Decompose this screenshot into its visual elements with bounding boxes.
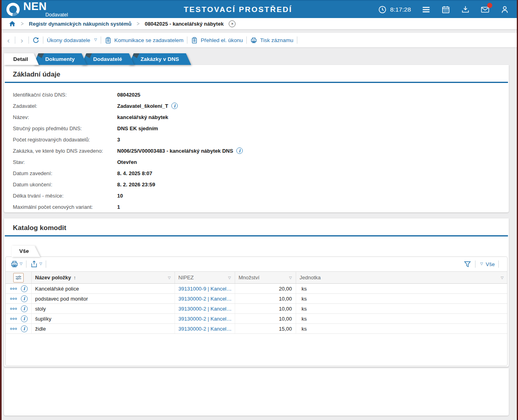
printer-icon[interactable] xyxy=(10,260,18,268)
field-row: Název: kancelářský nábytek i xyxy=(13,111,500,123)
column-header-nipez[interactable]: NIPEZ ▽ xyxy=(175,272,235,284)
column-filter-icon[interactable]: ▽ xyxy=(228,276,231,280)
table-row: i Kancelářské police 39131000-9 | Kancel… xyxy=(6,284,507,294)
catalog-panel: Katalog komodit Vše ▽ ▽ xyxy=(4,218,509,367)
breadcrumb: > Registr dynamických nákupních systémů … xyxy=(0,18,518,29)
table-row: i stoly 39130000-2 | Kancel… 10,00 ks xyxy=(6,304,507,314)
environment-title: TESTOVACÍ PROSTŘEDÍ xyxy=(184,5,293,14)
nen-logo-ring-icon xyxy=(6,3,20,16)
field-row: Identifikační číslo DNS: 08042025 i xyxy=(13,89,500,100)
field-row: Stav: Otevřen i xyxy=(13,156,500,168)
catalog-table: Název položky ↑ ▽ NIPEZ ▽ Množství xyxy=(6,271,507,334)
breadcrumb-item-current: 08042025 - kancelářský nábytek xyxy=(145,21,224,27)
column-filter-icon[interactable]: ▽ xyxy=(501,276,504,280)
nipez-link[interactable]: 39131000-9 | Kancel… xyxy=(179,286,231,292)
table-row: i šuplíky 39130000-2 | Kancel… 10,00 ks xyxy=(6,314,507,324)
nipez-link[interactable]: 39130000-2 | Kancel… xyxy=(179,316,231,322)
notification-badge xyxy=(487,3,492,8)
column-filter-icon[interactable]: ▽ xyxy=(168,276,171,280)
komunikace-button[interactable]: Komunikace se zadavatelem xyxy=(105,37,184,44)
field-row: Zadavatel: Zadavatel_školení_T i xyxy=(13,100,500,111)
item-name-cell: židle xyxy=(31,324,175,334)
field-label: Maximální počet cenových variant: xyxy=(13,204,117,210)
catalog-tab-vse[interactable]: Vše xyxy=(12,246,40,257)
item-name-cell: Kancelářské police xyxy=(31,284,175,294)
info-icon[interactable]: i xyxy=(236,147,243,154)
catalog-grid: ▽ ▽ ▽ Vše xyxy=(5,256,508,366)
sort-asc-icon: ↑ xyxy=(73,275,76,281)
field-label: Délka trvání - měsíce: xyxy=(13,193,117,199)
separator xyxy=(15,36,15,44)
refresh-icon[interactable] xyxy=(33,37,39,44)
field-label: Stav: xyxy=(13,159,117,165)
nav-back-button[interactable]: ‹ xyxy=(6,36,11,44)
user-icon[interactable] xyxy=(500,5,509,14)
nen-logo[interactable]: NEN Dodavatel xyxy=(6,1,68,18)
breadcrumb-separator-icon: > xyxy=(137,20,140,27)
info-icon[interactable]: i xyxy=(21,285,28,292)
funnel-filter-icon[interactable] xyxy=(463,260,471,268)
field-label: Stručný popis předmětu DNS: xyxy=(13,125,117,131)
close-record-icon[interactable]: × xyxy=(229,20,236,27)
row-menu-dots-icon[interactable] xyxy=(10,317,17,320)
field-value: 08042025 xyxy=(117,92,140,98)
prehled-ukonu-button[interactable]: Přehled el. úkonu xyxy=(191,37,243,44)
column-header-jednotka[interactable]: Jednotka ▽ xyxy=(296,272,507,284)
field-row: Délka trvání - měsíce: 10 i xyxy=(13,190,500,201)
table-row: i podstavec pod monitor 39130000-2 | Kan… xyxy=(6,294,507,304)
info-icon[interactable]: i xyxy=(21,315,28,322)
column-filter-icon[interactable]: ▽ xyxy=(289,276,292,280)
session-clock: 8:17:28 xyxy=(378,5,411,14)
nipez-link-cell: 39130000-2 | Kancel… xyxy=(175,314,235,324)
field-row: Datum zavedení: 8. 4. 2025 8:07 i xyxy=(13,168,500,179)
tab-dokumenty[interactable]: Dokumenty xyxy=(33,53,87,65)
item-name-cell: podstavec pod monitor xyxy=(31,294,175,304)
info-icon[interactable]: i xyxy=(21,305,28,312)
section-title-basic: Základní údaje xyxy=(4,65,509,79)
calendar-icon[interactable] xyxy=(441,5,450,14)
dropdown-triangle-icon[interactable]: ▽ xyxy=(20,262,22,266)
brand-subtitle: Dodavatel xyxy=(45,12,68,18)
bottom-empty-panel xyxy=(4,368,509,416)
clock-icon xyxy=(378,5,387,14)
breadcrumb-item-registr[interactable]: Registr dynamických nákupních systémů xyxy=(29,21,132,27)
row-menu-dots-icon[interactable] xyxy=(10,297,17,300)
tab-dodavatele[interactable]: Dodavatelé xyxy=(81,53,134,65)
column-settings-icon[interactable] xyxy=(13,273,24,283)
nipez-link[interactable]: 39130000-2 | Kancel… xyxy=(179,306,231,312)
filter-preset-dropdown[interactable]: ▽ Vše xyxy=(479,261,495,267)
nav-forward-button[interactable]: › xyxy=(19,36,24,44)
field-value: 1 xyxy=(117,204,120,210)
unit-cell: ks xyxy=(296,284,507,294)
nipez-link[interactable]: 39130000-2 | Kancel… xyxy=(179,326,231,332)
tisk-zaznamu-button[interactable]: Tisk záznamu xyxy=(250,37,293,44)
unit-cell: ks xyxy=(296,294,507,304)
tab-zakazky-v-dns[interactable]: Zakázky v DNS xyxy=(128,53,191,65)
row-menu-dots-icon[interactable] xyxy=(10,287,17,290)
export-icon[interactable] xyxy=(30,260,38,268)
row-menu-dots-icon[interactable] xyxy=(10,327,17,330)
column-header-mnozstvi[interactable]: Množství ▽ xyxy=(235,272,296,284)
separator xyxy=(297,36,297,44)
clock-time: 8:17:28 xyxy=(390,6,411,13)
dropdown-triangle-icon[interactable]: ▽ xyxy=(39,262,42,266)
row-menu-dots-icon[interactable] xyxy=(10,307,17,310)
section-rule xyxy=(5,235,508,236)
nipez-link-cell: 39130000-2 | Kancel… xyxy=(175,324,235,334)
hamburger-menu-icon[interactable] xyxy=(422,5,431,14)
mail-button[interactable] xyxy=(481,5,490,14)
grid-empty-area xyxy=(6,334,507,365)
home-icon[interactable] xyxy=(9,20,16,27)
info-icon[interactable]: i xyxy=(21,295,28,302)
nipez-link[interactable]: 39130000-2 | Kancel… xyxy=(179,296,231,302)
info-icon[interactable]: i xyxy=(171,103,178,109)
ukony-dodavatele-menu[interactable]: Úkony dodavatele ▽ xyxy=(47,37,97,43)
column-header-nazev[interactable]: Název položky ↑ ▽ xyxy=(31,272,175,284)
field-row: Zakázka, ve které bylo DNS zavedeno: N00… xyxy=(13,145,500,156)
table-row: i židle 39130000-2 | Kancel… 15,00 ks xyxy=(6,324,507,334)
download-icon[interactable] xyxy=(461,5,470,14)
tab-detail[interactable]: Detail xyxy=(4,53,39,65)
printer-icon xyxy=(250,37,257,44)
nipez-link-cell: 39130000-2 | Kancel… xyxy=(175,294,235,304)
info-icon[interactable]: i xyxy=(21,325,28,332)
